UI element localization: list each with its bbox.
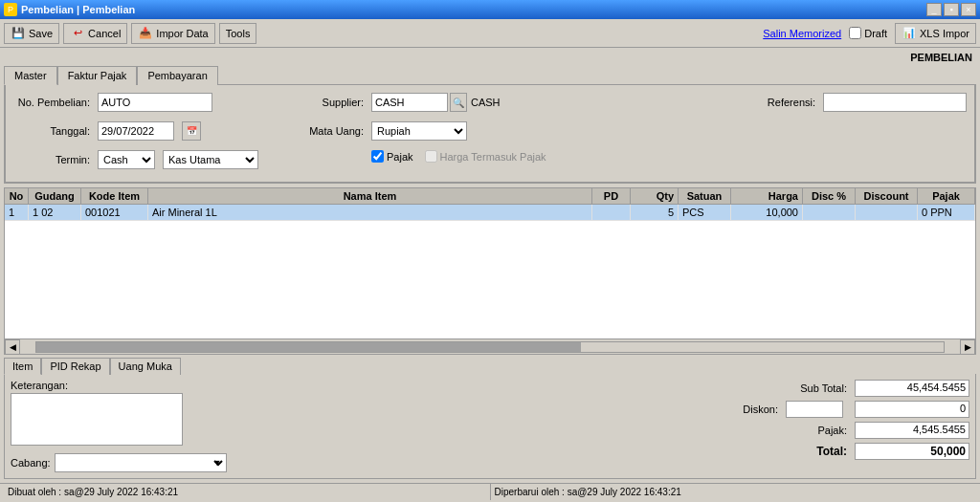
cell-harga: 10,000 [731, 205, 803, 220]
main-container: PEMBELIAN Master Faktur Pajak Pembayaran… [0, 48, 980, 483]
sub-total-value: 45,454.5455 [855, 380, 969, 397]
cancel-label: Cancel [88, 28, 121, 39]
diskon-input[interactable] [786, 401, 843, 418]
bottom-tab-item[interactable]: Item [4, 358, 41, 375]
cell-disc [803, 205, 856, 220]
supplier-field: 🔍 CASH [371, 93, 501, 112]
col-header-harga: Harga [731, 188, 803, 204]
col-header-pajak: Pajak [918, 188, 975, 204]
scroll-right-button[interactable]: ▶ [960, 339, 975, 355]
keterangan-textarea[interactable] [11, 393, 183, 446]
cabang-row: Cabang: ▼ [11, 453, 222, 472]
bottom-tab-uang-muka[interactable]: Uang Muka [110, 358, 181, 375]
supplier-name-display: CASH [471, 97, 501, 108]
mata-uang-select[interactable]: Rupiah [371, 121, 467, 141]
total-row: Total: 50,000 [635, 443, 969, 460]
bottom-tabs: Item PID Rekap Uang Muka [4, 357, 976, 374]
tools-label: Tools [226, 28, 251, 39]
bottom-panel-body: Keterangan: Cabang: ▼ Sub Total: 45,454 [4, 374, 976, 479]
pajak-total-label: Pajak: [770, 425, 847, 436]
tab-master[interactable]: Master [4, 66, 57, 85]
grid-body: 1 1 02 001021 Air Mineral 1L 5 PCS 10,00… [5, 205, 975, 338]
sub-total-row: Sub Total: 45,454.5455 [635, 380, 969, 397]
cancel-button[interactable]: ↩ Cancel [63, 23, 127, 44]
tools-button[interactable]: Tools [219, 23, 257, 44]
tab-pembayaran[interactable]: Pembayaran [137, 66, 217, 85]
tanggal-input[interactable] [98, 121, 174, 141]
col-header-qty: Qty [631, 188, 679, 204]
bottom-section: Item PID Rekap Uang Muka Keterangan: Cab… [4, 357, 976, 479]
diskon-label: Diskon: [702, 404, 778, 415]
draft-checkbox-group: Draft [849, 27, 887, 39]
sub-total-label: Sub Total: [770, 382, 847, 394]
pajak-checkbox[interactable] [371, 150, 384, 163]
bottom-tab-pid-rekap[interactable]: PID Rekap [41, 358, 109, 375]
kas-select[interactable]: Kas Utama [163, 150, 258, 169]
pajak-checkbox-group: Pajak [371, 150, 413, 163]
scroll-left-button[interactable]: ◀ [5, 339, 20, 355]
supplier-search-button[interactable]: 🔍 [450, 93, 467, 112]
scrollbar-track[interactable] [35, 341, 945, 353]
pajak-row: Pajak Harga Termasuk Pajak [297, 150, 546, 163]
col-header-no: No [5, 188, 29, 204]
supplier-code-input[interactable] [371, 93, 448, 112]
calendar-button[interactable]: 📅 [182, 121, 201, 141]
referensi-input[interactable] [823, 93, 967, 112]
table-row[interactable]: 1 1 02 001021 Air Mineral 1L 5 PCS 10,00… [5, 205, 975, 221]
save-button[interactable]: 💾 Save [4, 23, 59, 44]
harga-termasuk-checkbox[interactable] [425, 150, 437, 163]
supplier-label: Supplier: [297, 97, 364, 108]
total-label: Total: [770, 445, 847, 458]
draft-label: Draft [864, 28, 887, 39]
xls-icon: 📊 [902, 26, 917, 41]
title-bar: P Pembelian | Pembelian _ ▪ × [0, 0, 980, 19]
pajak-label: Pajak [387, 151, 413, 163]
xls-impor-button[interactable]: 📊 XLS Impor [895, 23, 976, 44]
cell-gudang: 1 02 [29, 205, 81, 220]
page-label: PEMBELIAN [4, 52, 976, 65]
status-bar: Dibuat oleh : sa@29 July 2022 16:43:21 D… [0, 483, 980, 500]
cell-no: 1 [5, 205, 29, 220]
termin-label: Termin: [13, 154, 90, 165]
cell-discount [856, 205, 918, 220]
restore-button[interactable]: ▪ [944, 3, 959, 16]
pajak-total-row: Pajak: 4,545.5455 [635, 422, 969, 439]
mata-uang-row: Mata Uang: Rupiah [297, 121, 546, 141]
cancel-icon: ↩ [70, 26, 85, 41]
cell-satuan: PCS [679, 205, 731, 220]
impor-label: Impor Data [156, 28, 208, 39]
no-pembelian-row: No. Pembelian: [13, 93, 258, 112]
items-grid: No Gudang Kode Item Nama Item PD Qty Sat… [4, 187, 976, 355]
termin-row: Termin: Cash Kas Utama [13, 150, 258, 169]
status-diperbarui: Diperbarui oleh : sa@29 July 2022 16:43:… [491, 484, 977, 500]
cabang-select[interactable] [55, 453, 227, 472]
app-icon: P [4, 3, 17, 16]
cell-kode: 001021 [81, 205, 148, 220]
toolbar: 💾 Save ↩ Cancel 📥 Impor Data Tools Salin… [0, 19, 980, 48]
termin-select[interactable]: Cash [98, 150, 155, 169]
col-header-satuan: Satuan [679, 188, 731, 204]
col-header-kode: Kode Item [81, 188, 148, 204]
cabang-label: Cabang: [11, 457, 51, 469]
salin-memorized-link[interactable]: Salin Memorized [763, 28, 841, 39]
cell-pd [592, 205, 631, 220]
referensi-label: Referensi: [758, 97, 815, 108]
keterangan-label: Keterangan: [11, 380, 222, 391]
draft-checkbox[interactable] [849, 27, 861, 39]
diskon-row: Diskon: 0 [635, 401, 969, 418]
impor-icon: 📥 [138, 26, 153, 41]
impor-data-button[interactable]: 📥 Impor Data [131, 23, 214, 44]
form-content: No. Pembelian: Tanggal: 📅 Termin: Cash [5, 85, 975, 183]
no-pembelian-input[interactable] [98, 93, 212, 112]
scrollbar-thumb[interactable] [36, 342, 581, 352]
tab-faktur-pajak[interactable]: Faktur Pajak [57, 66, 138, 85]
toolbar-right: Salin Memorized Draft 📊 XLS Impor [763, 23, 976, 44]
col-header-disc: Disc % [803, 188, 856, 204]
main-tabs: Master Faktur Pajak Pembayaran [4, 65, 976, 85]
tanggal-label: Tanggal: [13, 125, 90, 137]
window-title: Pembelian | Pembelian [21, 4, 135, 15]
tanggal-row: Tanggal: 📅 [13, 121, 258, 141]
close-button[interactable]: × [961, 3, 976, 16]
form-panel: No. Pembelian: Tanggal: 📅 Termin: Cash [4, 85, 976, 184]
minimize-button[interactable]: _ [926, 3, 942, 16]
